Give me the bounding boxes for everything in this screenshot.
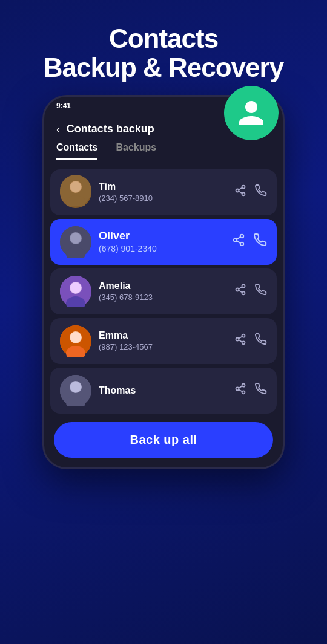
tabs-row: Contacts Backups <box>44 142 283 160</box>
contact-card-oliver[interactable]: Oliver (678) 901-2340 <box>50 219 277 265</box>
contact-actions-thomas <box>234 383 267 398</box>
screen-title: Contacts backup <box>67 123 154 135</box>
svg-point-30 <box>70 332 81 343</box>
contact-phone-emma: (987) 123-4567 <box>99 342 227 351</box>
share-icon-amelia[interactable] <box>234 284 246 299</box>
call-icon-oliver[interactable] <box>254 233 267 250</box>
avatar-face <box>60 175 91 209</box>
phone-container: 9:41 ●●● ▐▌ ‹ Contacts backup Contacts B… <box>42 95 285 469</box>
contact-card-emma[interactable]: Emma (987) 123-4567 <box>50 318 277 364</box>
contact-card-tim[interactable]: Tim (234) 567-8910 <box>50 169 277 215</box>
contact-name-tim: Tim <box>99 181 227 192</box>
svg-line-34 <box>239 340 242 342</box>
phone-frame: 9:41 ●●● ▐▌ ‹ Contacts backup Contacts B… <box>42 95 285 469</box>
avatar-tim <box>60 177 91 208</box>
person-icon <box>236 98 266 128</box>
avatar-amelia <box>60 276 91 307</box>
svg-point-12 <box>70 233 81 244</box>
share-icon-emma[interactable] <box>234 333 246 348</box>
svg-line-26 <box>239 287 242 289</box>
app-title-line2: Backup & Recovery <box>12 53 315 82</box>
call-icon-emma[interactable] <box>255 333 267 348</box>
call-icon-thomas[interactable] <box>255 383 267 398</box>
backup-all-button[interactable]: Back up all <box>54 422 273 458</box>
contact-phone-oliver: (678) 901-2340 <box>99 244 225 253</box>
call-icon-amelia[interactable] <box>255 284 267 299</box>
header-section: Contacts Backup & Recovery <box>0 0 327 95</box>
tab-contacts[interactable]: Contacts <box>56 142 97 160</box>
svg-line-44 <box>239 386 242 388</box>
svg-line-43 <box>239 390 242 392</box>
svg-line-25 <box>239 291 242 293</box>
share-icon-tim[interactable] <box>234 184 246 200</box>
svg-line-7 <box>239 192 242 194</box>
contact-info-tim: Tim (234) 567-8910 <box>99 181 227 203</box>
contact-name-thomas: Thomas <box>99 385 227 396</box>
tab-backups[interactable]: Backups <box>116 142 156 160</box>
contact-name-emma: Emma <box>99 330 227 341</box>
contact-info-emma: Emma (987) 123-4567 <box>99 330 227 351</box>
share-icon-thomas[interactable] <box>234 383 246 398</box>
avatar-emma <box>60 325 91 357</box>
contact-actions-tim <box>234 184 267 200</box>
svg-line-35 <box>239 337 242 339</box>
svg-line-16 <box>237 241 240 244</box>
svg-line-17 <box>237 237 240 239</box>
contact-name-oliver: Oliver <box>99 230 225 242</box>
back-button[interactable]: ‹ <box>56 122 61 136</box>
contact-actions-oliver <box>232 233 267 250</box>
status-time: 9:41 <box>56 102 71 110</box>
contact-actions-amelia <box>234 284 267 299</box>
avatar-thomas <box>60 375 91 406</box>
avatar-oliver <box>60 226 91 258</box>
svg-point-21 <box>70 282 81 293</box>
svg-line-8 <box>239 188 242 190</box>
app-title-line1: Contacts <box>12 24 315 53</box>
user-avatar-bubble <box>224 86 279 140</box>
contact-info-amelia: Amelia (345) 678-9123 <box>99 281 227 302</box>
contact-actions-emma <box>234 333 267 348</box>
call-icon-tim[interactable] <box>255 184 267 200</box>
contacts-list: Tim (234) 567-8910 <box>44 169 283 414</box>
contact-card-thomas[interactable]: Thomas <box>50 368 277 414</box>
contact-name-amelia: Amelia <box>99 281 227 291</box>
contact-info-oliver: Oliver (678) 901-2340 <box>99 230 225 253</box>
contact-phone-tim: (234) 567-8910 <box>99 194 227 203</box>
share-icon-oliver[interactable] <box>232 233 245 250</box>
contact-phone-amelia: (345) 678-9123 <box>99 293 227 302</box>
contact-info-thomas: Thomas <box>99 385 227 396</box>
contact-card-amelia[interactable]: Amelia (345) 678-9123 <box>50 268 277 314</box>
svg-point-3 <box>70 181 81 192</box>
bottom-bar: Back up all <box>44 414 283 467</box>
svg-point-39 <box>70 382 81 392</box>
